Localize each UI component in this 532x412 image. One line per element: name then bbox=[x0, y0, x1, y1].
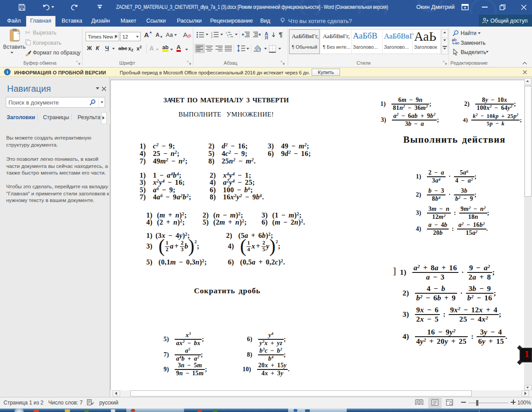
svg-text:i: i bbox=[228, 36, 229, 39]
svg-text:А: А bbox=[183, 31, 188, 39]
svg-text:3: 3 bbox=[211, 36, 212, 39]
